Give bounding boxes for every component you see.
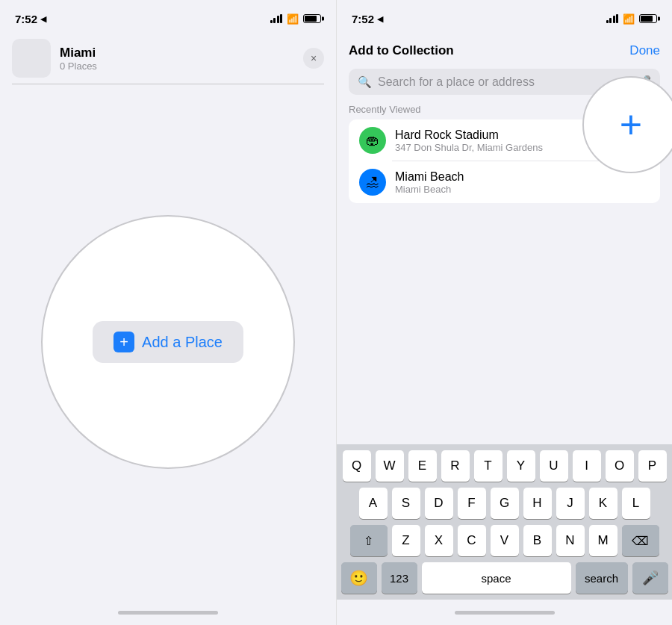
key-z[interactable]: Z [392, 525, 420, 556]
collection-thumbnail [12, 39, 51, 78]
status-bar-left: 7:52 ◀ 📶 [0, 0, 336, 33]
key-l[interactable]: L [622, 488, 650, 519]
key-w[interactable]: W [376, 450, 404, 482]
add-collection-title: Add to Collection [349, 43, 454, 58]
plus-icon: + [620, 105, 642, 144]
key-u[interactable]: U [540, 450, 568, 482]
collection-info: Miami 0 Places [60, 46, 294, 72]
key-j[interactable]: J [556, 488, 585, 519]
wifi-icon-left: 📶 [287, 13, 299, 25]
search-placeholder: Search for a place or address [378, 75, 630, 89]
collection-count: 0 Places [60, 60, 294, 72]
home-bar-right [455, 611, 555, 615]
key-y[interactable]: Y [507, 450, 535, 482]
place-name-beach: Miami Beach [395, 170, 650, 184]
keyboard-row-1: Q W E R T Y U I O P [340, 450, 669, 482]
keyboard-row-2: A S D F G H J K L [340, 488, 669, 519]
add-collection-header: Add to Collection Done [337, 33, 672, 66]
key-v[interactable]: V [491, 525, 519, 556]
key-emoji[interactable]: 🙂 [341, 562, 377, 594]
place-details-beach: Miami Beach Miami Beach [395, 170, 650, 195]
key-t[interactable]: T [474, 450, 503, 482]
location-arrow-left: ◀ [40, 14, 46, 24]
key-o[interactable]: O [606, 450, 634, 482]
key-n[interactable]: N [556, 525, 585, 556]
location-arrow-right: ◀ [377, 14, 383, 24]
key-s[interactable]: S [392, 488, 420, 519]
status-bar-right: 7:52 ◀ 📶 [337, 0, 672, 33]
place-icon-beach: 🏖 [359, 169, 386, 196]
status-icons-right: 📶 [606, 13, 658, 25]
key-b[interactable]: B [523, 525, 552, 556]
home-indicator-left [0, 600, 336, 625]
signal-icon-right [606, 14, 619, 23]
phone-right: 7:52 ◀ 📶 Add to Collection Done 🔍 Search… [336, 0, 672, 625]
status-icons-left: 📶 [270, 13, 322, 25]
add-place-label: Add a Place [142, 334, 223, 351]
key-123[interactable]: 123 [382, 562, 417, 594]
place-list-container: 🏟 Hard Rock Stadium 347 Don Shula Dr, Mi… [337, 119, 672, 203]
search-icon: 🔍 [358, 75, 372, 89]
key-backspace[interactable]: ⌫ [622, 525, 659, 556]
key-x[interactable]: X [425, 525, 453, 556]
key-g[interactable]: G [491, 488, 519, 519]
time-right: 7:52 [352, 13, 374, 25]
circle-highlight: + Add a Place [41, 215, 295, 469]
battery-icon-right [639, 14, 657, 23]
key-mic-keyboard[interactable]: 🎤 [632, 562, 668, 594]
plus-circle-highlight[interactable]: + [582, 76, 672, 173]
content-spacer [337, 203, 672, 444]
place-address-beach: Miami Beach [395, 184, 650, 195]
time-left: 7:52 [15, 13, 37, 25]
keyboard-row-3: ⇧ Z X C V B N M ⌫ [340, 525, 669, 556]
key-i[interactable]: I [573, 450, 601, 482]
done-button[interactable]: Done [629, 43, 660, 58]
key-p[interactable]: P [638, 450, 667, 482]
key-c[interactable]: C [458, 525, 486, 556]
key-r[interactable]: R [441, 450, 470, 482]
signal-icon-left [270, 14, 283, 23]
place-icon-stadium: 🏟 [359, 127, 386, 154]
key-m[interactable]: M [589, 525, 617, 556]
key-h[interactable]: H [523, 488, 552, 519]
key-space[interactable]: space [422, 562, 571, 594]
home-indicator-right [337, 600, 672, 625]
add-place-button[interactable]: + Add a Place [93, 321, 243, 363]
key-k[interactable]: K [589, 488, 617, 519]
left-main-content: + Add a Place [0, 84, 336, 600]
key-shift[interactable]: ⇧ [350, 525, 388, 556]
key-a[interactable]: A [359, 488, 388, 519]
wifi-icon-right: 📶 [623, 13, 635, 25]
key-e[interactable]: E [408, 450, 437, 482]
collection-header: Miami 0 Places × [0, 33, 336, 84]
home-bar-left [118, 611, 218, 615]
key-q[interactable]: Q [343, 450, 371, 482]
battery-icon-left [303, 14, 321, 23]
collection-name: Miami [60, 46, 294, 60]
key-f[interactable]: F [458, 488, 486, 519]
keyboard-bottom-row: 🙂 123 space search 🎤 [340, 562, 669, 594]
close-button[interactable]: × [303, 48, 324, 69]
add-place-icon: + [113, 332, 134, 352]
keyboard: Q W E R T Y U I O P A S D F G H J K L ⇧ … [337, 444, 672, 600]
key-d[interactable]: D [425, 488, 453, 519]
key-search[interactable]: search [576, 562, 628, 594]
phone-left: 7:52 ◀ 📶 Miami 0 Places × [0, 0, 336, 625]
